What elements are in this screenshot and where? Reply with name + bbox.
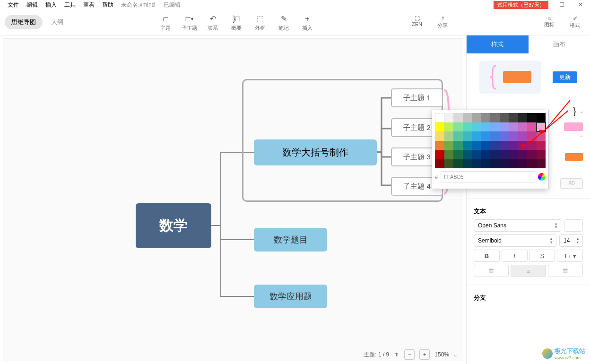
toolbar-notes[interactable]: ✎笔记 — [273, 13, 294, 32]
color-swatch[interactable] — [490, 113, 500, 122]
align-center-button[interactable]: ≡ — [511, 265, 546, 277]
color-swatch[interactable] — [463, 150, 472, 159]
toolbar-icons[interactable]: ☺图标 — [539, 16, 560, 29]
color-swatch[interactable] — [472, 159, 481, 169]
sub-node-1[interactable]: 子主题 1 — [391, 88, 443, 107]
panel-tab-canvas[interactable]: 画布 — [529, 35, 590, 53]
color-swatch[interactable] — [444, 131, 454, 141]
text-transform-button[interactable]: Tᴛ ▾ — [557, 250, 583, 262]
update-button[interactable]: 更新 — [553, 71, 577, 83]
tab-outline[interactable]: 大纲 — [44, 15, 70, 29]
toolbar-boundary[interactable]: ⬚外框 — [250, 13, 270, 32]
color-swatch[interactable] — [518, 150, 528, 159]
branch-node-2[interactable]: 数学题目 — [254, 228, 327, 251]
color-swatch[interactable] — [463, 159, 472, 169]
toolbar-relation[interactable]: ↶联系 — [202, 13, 223, 32]
color-swatch[interactable] — [435, 113, 444, 122]
color-swatch[interactable] — [472, 113, 481, 122]
color-swatch[interactable] — [435, 141, 444, 150]
zoom-level[interactable]: 150% — [434, 351, 449, 358]
chevron-down-icon[interactable]: ⌵ — [580, 133, 583, 138]
color-swatch[interactable] — [518, 113, 528, 122]
font-color-swatch[interactable] — [564, 219, 583, 232]
color-swatch[interactable] — [444, 141, 454, 150]
align-left-button[interactable]: ☰ — [474, 265, 509, 277]
italic-button[interactable]: I — [502, 250, 528, 262]
branch-node-1[interactable]: 数学大括号制作 — [254, 139, 377, 165]
zoom-out-button[interactable]: − — [404, 349, 415, 360]
menu-tools[interactable]: 工具 — [61, 0, 79, 10]
toolbar-format[interactable]: ✐格式 — [564, 16, 585, 29]
color-swatch[interactable] — [527, 131, 537, 141]
toolbar-share[interactable]: ⇧分享 — [432, 16, 453, 29]
color-swatch[interactable] — [490, 131, 500, 141]
color-swatch[interactable] — [527, 150, 537, 159]
color-swatch[interactable] — [444, 122, 454, 132]
color-swatch[interactable] — [509, 113, 518, 122]
color-swatch[interactable] — [481, 159, 491, 169]
menu-file[interactable]: 文件 — [4, 0, 23, 10]
color-swatch[interactable] — [481, 131, 491, 141]
color-swatch[interactable] — [509, 122, 518, 132]
toolbar-subtopic[interactable]: ⊏•子主题 — [179, 13, 200, 32]
color-swatch[interactable] — [453, 122, 463, 132]
hex-input[interactable] — [441, 171, 535, 182]
color-swatch[interactable] — [463, 131, 472, 141]
color-swatch[interactable] — [500, 113, 509, 122]
color-swatch[interactable] — [444, 150, 454, 159]
color-swatch[interactable] — [453, 150, 463, 159]
panel-tab-style[interactable]: 样式 — [467, 35, 529, 53]
color-swatch[interactable] — [463, 141, 472, 150]
color-swatch[interactable] — [435, 159, 444, 169]
font-weight-select[interactable]: Semibold▴▾ — [474, 234, 556, 247]
font-size-select[interactable]: 14▴▾ — [559, 234, 583, 247]
menu-edit[interactable]: 编辑 — [23, 0, 42, 10]
brace-color-swatch[interactable] — [564, 122, 583, 131]
color-swatch[interactable] — [435, 122, 444, 132]
color-swatch[interactable] — [472, 131, 481, 141]
color-swatch[interactable] — [518, 159, 528, 169]
color-swatch[interactable] — [537, 141, 546, 150]
chevron-down-icon[interactable]: ⌵ — [580, 109, 583, 114]
toolbar-topic[interactable]: ⊏主题 — [155, 13, 176, 32]
color-swatch[interactable] — [490, 150, 500, 159]
menu-view[interactable]: 查看 — [79, 0, 98, 10]
color-swatch[interactable] — [444, 113, 454, 122]
align-right-button[interactable]: ☰ — [548, 265, 583, 277]
close-button[interactable]: ✕ — [571, 0, 590, 9]
color-swatch[interactable] — [435, 150, 444, 159]
minimize-button[interactable]: — — [533, 0, 552, 9]
menu-help[interactable]: 帮助 — [98, 0, 117, 10]
color-swatch[interactable] — [490, 141, 500, 150]
color-swatch[interactable] — [527, 113, 537, 122]
map-icon[interactable]: ⫙ — [394, 351, 399, 358]
color-swatch[interactable] — [500, 150, 509, 159]
color-swatch[interactable] — [481, 122, 491, 132]
color-swatch[interactable] — [527, 141, 537, 150]
menu-insert[interactable]: 插入 — [42, 0, 61, 10]
chevron-down-icon[interactable]: ⌵ — [454, 352, 457, 357]
strike-button[interactable]: S — [529, 250, 555, 262]
color-swatch[interactable] — [453, 141, 463, 150]
color-swatch[interactable] — [490, 159, 500, 169]
zoom-in-button[interactable]: + — [419, 349, 430, 360]
color-swatch[interactable] — [518, 131, 528, 141]
toolbar-summary[interactable]: }□概要 — [226, 13, 247, 32]
mindmap-canvas[interactable]: 数学 数学大括号制作 数学题目 数学应用题 子主题 1 子主题 2 子主题 3 … — [3, 38, 463, 361]
toolbar-insert[interactable]: +插入 — [297, 13, 318, 32]
color-swatch[interactable] — [481, 141, 491, 150]
color-swatch[interactable] — [444, 159, 454, 169]
tab-mindmap[interactable]: 思维导图 — [5, 15, 43, 29]
maximize-button[interactable]: ☐ — [552, 0, 571, 9]
color-swatch[interactable] — [509, 150, 518, 159]
color-swatch[interactable] — [518, 122, 528, 132]
color-swatch[interactable] — [500, 131, 509, 141]
color-swatch[interactable] — [537, 150, 546, 159]
brace-style-icon[interactable]: } — [573, 106, 576, 117]
root-node[interactable]: 数学 — [136, 203, 211, 248]
color-swatch[interactable] — [453, 131, 463, 141]
color-swatch[interactable] — [509, 159, 518, 169]
bold-button[interactable]: B — [474, 250, 500, 262]
color-swatch[interactable] — [500, 159, 509, 169]
color-swatch[interactable] — [472, 141, 481, 150]
